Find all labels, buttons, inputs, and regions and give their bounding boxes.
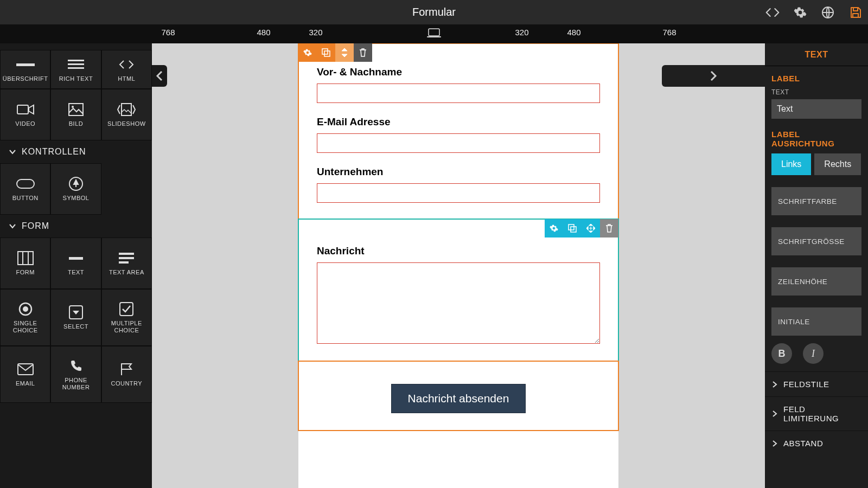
block-duplicate-button[interactable] — [317, 43, 335, 62]
chevron-down-icon — [9, 148, 16, 156]
prop-schriftfarbe[interactable]: SCHRIFTFARBE — [771, 187, 861, 215]
section-kontrollen[interactable]: KONTROLLEN — [0, 140, 152, 163]
widget-form[interactable]: FORM — [0, 237, 50, 289]
widget-video[interactable]: VIDEO — [0, 89, 50, 140]
field-label: Unternehmen — [317, 166, 600, 178]
svg-rect-26 — [324, 51, 330, 56]
select-icon — [69, 305, 83, 320]
widget-phone[interactable]: PHONE NUMBER — [50, 346, 101, 403]
widget-label: VIDEO — [15, 120, 35, 127]
slideshow-icon — [117, 102, 136, 117]
chevron-down-icon — [9, 222, 16, 230]
accordion-label: ABSTAND — [783, 439, 823, 448]
svg-rect-13 — [18, 252, 33, 265]
company-input[interactable] — [317, 183, 600, 203]
tab-text[interactable]: TEXT — [765, 43, 868, 66]
ruler-tick: 320 — [515, 28, 528, 37]
bold-toggle[interactable]: B — [771, 343, 792, 364]
prop-initiale[interactable]: INITIALE — [771, 307, 861, 336]
widget-button[interactable]: BUTTON — [0, 163, 50, 215]
widget-label: ÜBERSCHRIFT — [3, 75, 48, 82]
widget-richtext[interactable]: RICH TEXT — [50, 50, 101, 89]
widget-email[interactable]: EMAIL — [0, 346, 50, 403]
widget-html[interactable]: HTML — [101, 50, 152, 89]
ruler-tick: 480 — [567, 28, 580, 37]
message-textarea[interactable] — [317, 262, 600, 344]
widget-multiple-choice[interactable]: MULTIPLE CHOICE — [101, 289, 152, 346]
widget-symbol[interactable]: SYMBOL — [50, 163, 101, 215]
section-form[interactable]: FORM — [0, 215, 152, 237]
richtext-icon — [68, 57, 84, 72]
widget-label: FORM — [16, 269, 34, 276]
canvas[interactable]: Vor- & Nachname E-Mail Adresse Unternehm… — [152, 43, 765, 488]
field-email: E-Mail Adresse — [317, 116, 600, 153]
name-input[interactable] — [317, 84, 600, 103]
block-settings-button[interactable] — [545, 219, 563, 237]
field-name: Vor- & Nachname — [317, 66, 600, 103]
chevron-right-icon — [771, 381, 778, 388]
prop-zeilenhoehe[interactable]: ZEILENHÖHE — [771, 267, 861, 296]
widget-slideshow[interactable]: SLIDESHOW — [101, 89, 152, 140]
widget-single-choice[interactable]: SINGLE CHOICE — [0, 289, 50, 346]
ruler-tick: 768 — [662, 28, 676, 37]
submit-button[interactable]: Nachricht absenden — [391, 384, 526, 413]
section-label: KONTROLLEN — [22, 147, 86, 157]
italic-toggle[interactable]: I — [803, 343, 824, 364]
widget-label: SELECT — [63, 323, 88, 330]
block-toolbar — [545, 219, 618, 237]
prop-schriftgroesse[interactable]: SCHRIFTGRÖSSE — [771, 227, 861, 255]
widget-label: TEXT AREA — [109, 269, 144, 276]
align-rechts-button[interactable]: Rechts — [814, 153, 861, 175]
block-delete-button[interactable] — [354, 43, 372, 62]
chevron-right-icon — [771, 410, 778, 417]
widget-label: COUNTRY — [111, 380, 142, 387]
svg-rect-8 — [69, 104, 83, 115]
globe-icon[interactable] — [821, 5, 835, 20]
block-sort-button[interactable] — [335, 43, 354, 62]
svg-rect-28 — [571, 227, 576, 232]
form-block-message[interactable]: Nachricht — [298, 219, 618, 361]
align-segment: Links Rechts — [771, 153, 861, 175]
widget-textarea[interactable]: TEXT AREA — [101, 237, 152, 289]
canvas-next[interactable] — [662, 65, 765, 87]
svg-rect-27 — [569, 224, 574, 230]
accordion-feldstile[interactable]: FELDSTILE — [765, 371, 868, 396]
block-duplicate-button[interactable] — [563, 219, 582, 237]
accordion-feldlimit[interactable]: FELD LIMITIERUNG — [765, 396, 868, 431]
form-block-top[interactable]: Vor- & Nachname E-Mail Adresse Unternehm… — [298, 43, 618, 219]
block-move-button[interactable] — [582, 219, 600, 237]
widget-label: EMAIL — [16, 380, 35, 387]
svg-rect-3 — [16, 63, 35, 66]
label-text-input[interactable] — [771, 99, 861, 119]
svg-rect-11 — [17, 179, 34, 188]
flag-icon — [119, 362, 133, 377]
email-input[interactable] — [317, 133, 600, 153]
left-panel: WIDGETS INHALTSBLÖCKE ÜBERSCHRIFT RICH T… — [0, 43, 152, 488]
gear-icon[interactable] — [793, 5, 807, 20]
ruler: 768 480 320 320 480 768 — [0, 24, 868, 43]
symbol-icon — [68, 176, 84, 191]
save-icon[interactable] — [848, 5, 863, 20]
prop-sublabel: TEXT — [771, 88, 861, 96]
block-settings-button[interactable] — [298, 43, 317, 62]
widget-image[interactable]: BILD — [50, 89, 101, 140]
block-delete-button[interactable] — [600, 219, 618, 237]
align-links-button[interactable]: Links — [771, 153, 811, 175]
code-icon[interactable] — [765, 5, 780, 20]
widget-heading[interactable]: ÜBERSCHRIFT — [0, 50, 50, 89]
form-block-submit[interactable]: Nachricht absenden — [298, 361, 618, 431]
topbar: Formular — [0, 0, 868, 24]
widget-text[interactable]: TEXT — [50, 237, 101, 289]
html-icon — [119, 57, 134, 72]
widget-label: PHONE NUMBER — [51, 377, 100, 390]
widget-label: SLIDESHOW — [107, 120, 146, 127]
canvas-prev[interactable] — [152, 65, 167, 87]
form-icon — [17, 251, 34, 266]
field-company: Unternehmen — [317, 166, 600, 203]
device-icon[interactable] — [427, 28, 441, 38]
widget-country[interactable]: COUNTRY — [101, 346, 152, 403]
accordion-abstand[interactable]: ABSTAND — [765, 431, 868, 455]
widget-label: BILD — [69, 120, 83, 127]
field-label: Vor- & Nachname — [317, 66, 600, 78]
widget-select[interactable]: SELECT — [50, 289, 101, 346]
